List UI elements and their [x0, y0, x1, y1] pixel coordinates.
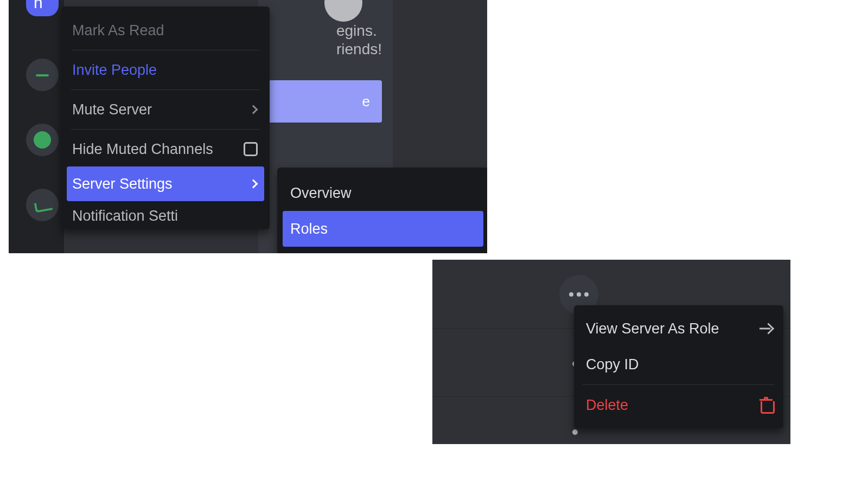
welcome-line-2: riends! — [336, 40, 382, 59]
menu-item-notification-settings-partial[interactable]: Notification Setti — [67, 201, 264, 223]
menu-item-mute-server[interactable]: Mute Server — [67, 92, 264, 127]
welcome-avatar — [324, 0, 362, 22]
menu-item-hide-muted-channels[interactable]: Hide Muted Channels — [67, 132, 264, 166]
menu-separator — [583, 384, 775, 385]
submenu-item-label: Overview — [290, 185, 352, 202]
server-settings-submenu: Overview Roles — [277, 168, 487, 253]
submenu-item-overview[interactable]: Overview — [283, 175, 483, 211]
server-icon[interactable] — [26, 124, 59, 156]
welcome-text: egins. riends! — [336, 22, 382, 59]
server-icon-selected[interactable]: n — [26, 0, 59, 16]
menu-item-mark-as-read[interactable]: Mark As Read — [67, 13, 264, 48]
server-icon[interactable] — [26, 189, 59, 221]
dot-icon — [569, 292, 573, 297]
menu-item-label: Copy ID — [586, 356, 639, 373]
menu-item-copy-id[interactable]: Copy ID — [579, 346, 778, 382]
menu-separator — [71, 129, 260, 130]
menu-item-server-settings[interactable]: Server Settings — [67, 166, 264, 201]
welcome-action-button[interactable]: e — [258, 80, 382, 123]
screenshot-panel-server-context-menu: n egins. riends! e Mark As Read Invite P… — [9, 0, 487, 253]
welcome-line-1: egins. — [336, 22, 382, 40]
dot-icon — [577, 292, 581, 297]
welcome-action-button-label: e — [362, 93, 370, 110]
menu-item-invite-people[interactable]: Invite People — [67, 53, 264, 87]
arrow-right-icon — [760, 322, 773, 335]
menu-item-view-server-as-role[interactable]: View Server As Role — [579, 311, 778, 346]
role-more-context-menu: View Server As Role Copy ID Delete — [574, 305, 783, 428]
menu-item-label: Invite People — [72, 62, 157, 79]
menu-separator — [71, 50, 260, 50]
menu-separator — [71, 89, 260, 90]
chevron-right-icon — [249, 105, 258, 114]
menu-item-label: Hide Muted Channels — [72, 141, 213, 158]
menu-item-label: Mute Server — [72, 101, 152, 118]
menu-item-label: Delete — [586, 397, 628, 414]
screenshot-panel-role-more-menu: View Server As Role Copy ID Delete — [432, 260, 790, 444]
server-rail: n — [9, 0, 64, 253]
server-context-menu: Mark As Read Invite People Mute Server H… — [61, 7, 270, 229]
menu-item-label: Mark As Read — [72, 22, 164, 39]
trash-icon — [760, 398, 773, 412]
checkbox-icon — [244, 142, 258, 156]
submenu-item-label: Roles — [290, 221, 328, 237]
chevron-right-icon — [249, 179, 258, 189]
role-color-dot — [572, 429, 578, 435]
submenu-item-roles[interactable]: Roles — [283, 211, 483, 247]
menu-item-label: Server Settings — [72, 176, 173, 192]
menu-item-delete[interactable]: Delete — [579, 387, 778, 423]
menu-item-label: View Server As Role — [586, 320, 719, 337]
server-icon[interactable] — [26, 59, 59, 91]
dot-icon — [584, 292, 589, 297]
